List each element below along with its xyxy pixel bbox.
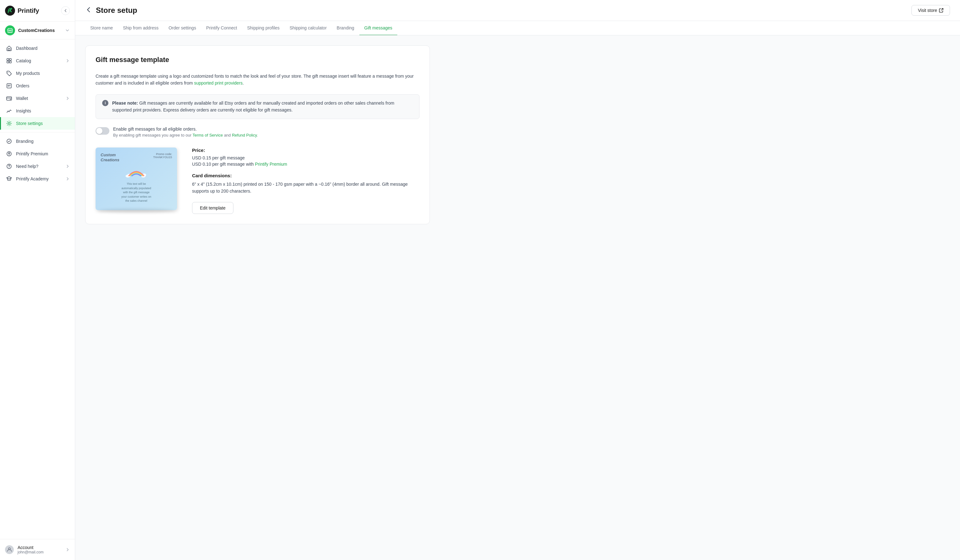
- svg-rect-7: [7, 61, 9, 63]
- insights-icon: [6, 108, 12, 114]
- svg-point-13: [8, 123, 10, 124]
- tag-icon: [6, 70, 12, 77]
- toggle-knob: [96, 128, 102, 134]
- rainbow-area: [101, 165, 172, 179]
- edit-template-button[interactable]: Edit template: [192, 202, 234, 214]
- gift-card-preview: CustomCreations Promo code: THANKYOU15: [96, 147, 177, 210]
- svg-point-18: [8, 548, 10, 550]
- price-line-2: USD 0.10 per gift message with Printify …: [192, 162, 419, 167]
- info-icon: i: [102, 100, 109, 106]
- chevron-right-icon: [66, 59, 70, 63]
- academy-icon: [6, 176, 12, 182]
- collapse-sidebar-button[interactable]: [61, 6, 70, 15]
- catalog-icon: [6, 57, 12, 64]
- toggle-sublabel: By enabling gift messages you agree to o…: [113, 133, 258, 137]
- toggle-period: .: [257, 133, 258, 137]
- card-message-text: This text will beautomatically populated…: [101, 182, 172, 203]
- sidebar-divider: [0, 132, 75, 132]
- promo-label: Promo code:: [153, 153, 172, 156]
- svg-point-1: [11, 8, 12, 10]
- promo-code: THANKYOU15: [153, 156, 172, 159]
- sidebar-item-need-help[interactable]: Need help?: [0, 160, 75, 172]
- gift-messages-toggle[interactable]: [96, 127, 109, 135]
- account-name: Account: [18, 545, 43, 550]
- svg-rect-2: [8, 30, 12, 33]
- refund-policy-link[interactable]: Refund Policy: [232, 133, 257, 137]
- note-text: Please note: Gift messages are currently…: [112, 100, 413, 114]
- price-heading: Price:: [192, 147, 419, 153]
- wallet-icon: [6, 95, 12, 102]
- sidebar: Printify CustomCreations: [0, 0, 75, 560]
- tab-shipping-calculator[interactable]: Shipping calculator: [285, 21, 331, 35]
- sidebar-item-my-products[interactable]: My products: [0, 67, 75, 80]
- sidebar-item-store-settings[interactable]: Store settings: [0, 117, 75, 130]
- supported-providers-link[interactable]: supported print providers: [194, 80, 243, 86]
- settings-icon: [6, 120, 12, 126]
- description-text: Create a gift message template using a l…: [96, 73, 419, 87]
- svg-rect-5: [7, 59, 9, 61]
- page-title: Store setup: [96, 6, 137, 15]
- svg-point-9: [8, 72, 8, 73]
- need-help-label: Need help?: [16, 164, 38, 169]
- top-bar: Store setup Visit store: [75, 0, 960, 21]
- arrow-left-icon: [85, 6, 92, 13]
- nav-section: Dashboard Catalog My products: [0, 40, 75, 539]
- tab-shipping-profiles[interactable]: Shipping profiles: [242, 21, 285, 35]
- catalog-label: Catalog: [16, 58, 31, 63]
- description-period: .: [243, 80, 244, 86]
- sidebar-item-branding[interactable]: Branding: [0, 135, 75, 147]
- orders-label: Orders: [16, 83, 29, 88]
- sidebar-item-dashboard[interactable]: Dashboard: [0, 42, 75, 54]
- tab-store-name[interactable]: Store name: [85, 21, 118, 35]
- store-avatar: [5, 26, 15, 35]
- sidebar-item-printify-premium[interactable]: Printify Premium: [0, 147, 75, 160]
- academy-chevron-icon: [66, 177, 70, 181]
- description-part1: Create a gift message template using a l…: [96, 73, 414, 86]
- svg-rect-6: [10, 59, 11, 61]
- svg-rect-10: [7, 84, 11, 88]
- account-item[interactable]: Account john@mail.com: [0, 542, 75, 557]
- printify-premium-link[interactable]: Printify Premium: [255, 162, 287, 167]
- card-shadow: [99, 209, 174, 213]
- chevron-left-icon: [63, 8, 68, 13]
- svg-point-12: [10, 99, 11, 100]
- user-icon: [7, 547, 12, 552]
- store-settings-label: Store settings: [16, 121, 43, 126]
- svg-point-17: [9, 167, 10, 168]
- tab-ship-from[interactable]: Ship from address: [118, 21, 163, 35]
- tab-gift-messages[interactable]: Gift messages: [359, 21, 397, 35]
- sidebar-item-insights[interactable]: Insights: [0, 105, 75, 117]
- tabs-bar: Store name Ship from address Order setti…: [75, 21, 960, 35]
- note-body: Gift messages are currently available fo…: [112, 101, 394, 112]
- store-name: CustomCreations: [18, 28, 55, 33]
- toggle-row: Enable gift messages for all eligible or…: [96, 126, 419, 137]
- orders-icon: [6, 83, 12, 89]
- help-icon: [6, 163, 12, 169]
- tab-order-settings[interactable]: Order settings: [163, 21, 201, 35]
- section-title: Gift message template: [96, 56, 419, 64]
- back-button[interactable]: [85, 6, 92, 15]
- card-store-name: CustomCreations: [101, 153, 126, 163]
- toggle-label: Enable gift messages for all eligible or…: [113, 126, 258, 132]
- branding-icon: [6, 138, 12, 144]
- sidebar-item-wallet[interactable]: Wallet: [0, 92, 75, 105]
- content-area: Gift message template Create a gift mess…: [75, 35, 960, 560]
- sidebar-item-catalog[interactable]: Catalog: [0, 54, 75, 67]
- sidebar-bottom: Account john@mail.com: [0, 539, 75, 560]
- store-selector[interactable]: CustomCreations: [0, 22, 75, 40]
- tos-link[interactable]: Terms of Service: [192, 133, 223, 137]
- main-content: Store setup Visit store Store name Ship …: [75, 0, 960, 560]
- tab-printify-connect[interactable]: Printify Connect: [201, 21, 242, 35]
- dimensions-heading: Card dimensions:: [192, 173, 419, 178]
- svg-rect-11: [6, 97, 11, 100]
- visit-store-button[interactable]: Visit store: [912, 5, 950, 16]
- wallet-chevron-icon: [66, 96, 70, 101]
- dimensions-text: 6" x 4" (15.2cm x 10.1cm) printed on 150…: [192, 181, 419, 195]
- sidebar-item-printify-academy[interactable]: Printify Academy: [0, 172, 75, 185]
- svg-rect-8: [10, 61, 11, 63]
- sidebar-item-orders[interactable]: Orders: [0, 80, 75, 92]
- price-line-1: USD 0.15 per gift message: [192, 155, 419, 160]
- account-chevron-icon: [66, 547, 70, 552]
- branding-label: Branding: [16, 139, 34, 144]
- tab-branding[interactable]: Branding: [332, 21, 359, 35]
